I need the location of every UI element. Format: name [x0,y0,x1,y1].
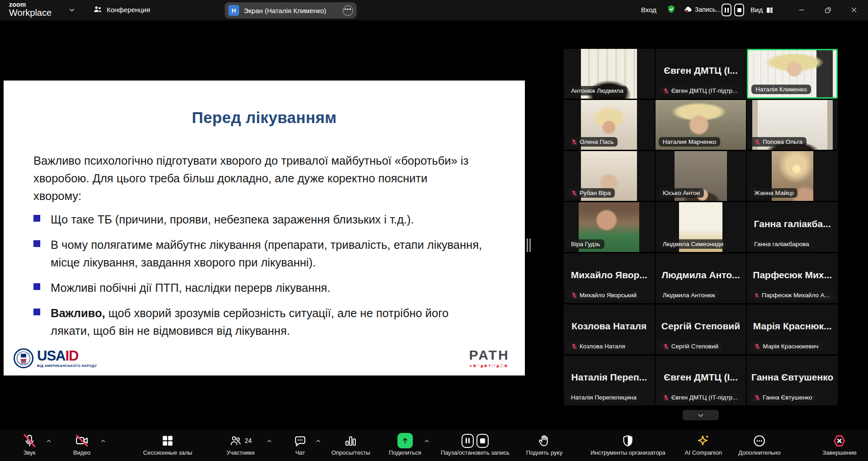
tab-conference[interactable]: Конференция [93,5,150,14]
participant-tile[interactable]: Ганна ЄвтушенкоГанна Євтушенко [747,356,838,405]
video-options-chevron[interactable] [100,437,106,446]
participant-name-large: Наталія Переп... [566,372,653,383]
participant-tile[interactable]: Жанна Майєр [747,151,838,201]
pause-recording-button[interactable] [722,4,731,16]
participants-button[interactable]: 24Участники [226,432,255,456]
brand-workplace: Workplace [9,8,52,17]
participant-tile[interactable]: Юсько Антон [656,151,746,201]
record-cloud-icon [684,5,693,14]
participant-tile[interactable]: Рубан Віра [564,151,655,201]
participant-tile[interactable]: Марія Краснюк...Марія Краснюкевич [747,304,838,354]
participant-tile[interactable]: Сергій СтеповийСергій Степовий [656,304,746,354]
title-bar: zoom Workplace Конференция Н Экран (Ната… [0,0,868,20]
raise-hand-button[interactable]: Поднять руку [526,432,562,456]
path-brandmark-glyphs: ▸◉∷▲◆✦∕∕▲◻◉ [464,363,514,368]
audio-button[interactable]: Звук [23,432,36,456]
participant-name-label: Ганна Євтушенко [750,393,816,402]
host-tools-label: Инструменты организатора [590,449,665,456]
panel-resize-handle[interactable] [527,238,531,252]
audio-options-chevron[interactable] [46,437,52,446]
host-tools-button[interactable]: Инструменты организатора [590,432,665,456]
tab-options-button[interactable]: ••• [343,5,353,16]
participant-tile[interactable]: Антонюк Людмила [564,49,655,99]
pause-recording-icon [462,434,474,448]
share-options-chevron[interactable] [424,437,429,446]
participant-name-label: Сергій Степовий [659,342,722,351]
chat-label: Чат [294,449,307,456]
stop-recording-button[interactable] [734,4,744,16]
view-grid-icon[interactable] [765,5,774,14]
participant-name-label: Євген ДМТЦ (ІТ-підтр... [659,86,742,95]
participant-tile[interactable]: Наталия Марченко [656,100,746,150]
participant-tile[interactable]: Ганна галіакба...Ганна галіакбарова [747,202,838,252]
participant-tile[interactable]: Людмила Симеониди [656,202,746,252]
people-icon [93,5,103,14]
participant-name-label: Наталия Марченко [659,137,721,147]
participant-name-label: Попова Ольга [750,137,807,147]
participant-name-label: Юсько Антон [659,188,704,198]
chat-options-chevron[interactable] [316,437,321,446]
audio-label: Звук [23,449,36,456]
participant-tile[interactable]: Козлова НаталяКозлова Наталя [564,304,655,354]
record-controls-button[interactable]: Пауза/остановить запись [441,432,509,456]
host-tools-icon [621,434,634,447]
sign-in-button[interactable]: Вход [641,6,656,14]
participant-tile[interactable]: Наталія Переп...Наталія Перепелицина [564,356,655,405]
view-button[interactable]: Вид [750,6,763,14]
recording-status-label: Запись... [695,6,721,13]
participant-name-large: Марія Краснюк... [749,321,836,332]
bullet-square-icon [33,215,40,222]
slide-bullet: Можливі побічні дії ПТП, наслідки перерв… [33,279,482,297]
chevron-up-icon [46,438,52,444]
ai-companion-label: AI Companion [685,449,722,456]
tab-conference-label: Конференция [107,6,150,14]
usaid-wordmark: USAID [37,349,97,363]
record-controls-label: Пауза/остановить запись [441,449,509,456]
participant-tile[interactable]: Віра Гудзь [564,202,655,252]
share-label: Поделиться [389,449,421,456]
participant-gallery: Антонюк ЛюдмилаЄвген ДМТЦ (І...Євген ДМТ… [564,49,838,405]
chevron-down-icon [69,7,75,13]
participant-tile[interactable]: Євген ДМТЦ (І...Євген ДМТЦ (ІТ-підтр... [656,49,746,99]
mic-off-icon [571,292,577,299]
share-button[interactable]: Поделиться [389,432,421,456]
tab-shared-screen-label: Экран (Наталія Клименко) [244,7,338,14]
mic-off-icon [571,190,577,196]
participants-options-chevron[interactable] [267,437,272,446]
mic-off-icon [663,88,669,94]
end-button[interactable]: Завершение [822,432,857,456]
bullet-square-icon [33,240,40,247]
brand-menu-button[interactable] [69,7,75,15]
participant-name-large: Козлова Наталя [566,321,653,332]
participant-name-large: Ганна Євтушенко [749,372,836,383]
participant-tile[interactable]: Михайло Явор...Михайло Яворський [564,253,655,303]
usaid-tagline: ВІД АМЕРИКАНСЬКОГО НАРОДУ [37,364,97,368]
participant-tile[interactable]: Людмила Анто...Людмила Антонюк [656,253,746,303]
participant-tile[interactable]: Наталія Клименко [747,49,838,99]
tab-shared-screen[interactable]: Н Экран (Наталія Клименко) ••• [225,2,357,19]
close-icon [850,6,858,14]
ai-companion-button[interactable]: AI Companion [685,432,722,456]
raise-hand-label: Поднять руку [526,449,562,456]
participant-tile[interactable]: Олена Пась [564,100,655,150]
chat-button[interactable]: Чат [294,432,307,456]
bullet-square-icon [33,283,40,290]
video-button[interactable]: Видео [73,432,90,456]
close-button[interactable] [849,5,859,14]
participant-name-label: Антонюк Людмила [567,86,627,95]
chevron-up-icon [100,438,106,444]
breakout-rooms-button[interactable]: Сессионные залы [143,432,193,456]
minimize-button[interactable] [797,5,806,14]
gallery-scroll-down-button[interactable] [683,410,719,420]
more-button[interactable]: Дополнительно [738,432,781,456]
polls-button[interactable]: Опросы/тесты [331,432,370,456]
mic-off-icon [571,139,577,145]
chevron-up-icon [424,438,429,444]
security-shield-button[interactable] [667,5,676,14]
participant-tile[interactable]: Попова Ольга [747,100,838,150]
participant-tile[interactable]: Євген ДМТЦ (І...Євген ДМТЦ (ІТ-підтр... [656,356,746,405]
participant-tile[interactable]: Парфесюк Мих...Парфесюк Михайло А... [747,253,838,303]
participant-name-label: Михайло Яворський [567,290,641,300]
participant-name-label: Олена Пась [567,137,618,147]
restore-button[interactable] [823,5,832,14]
